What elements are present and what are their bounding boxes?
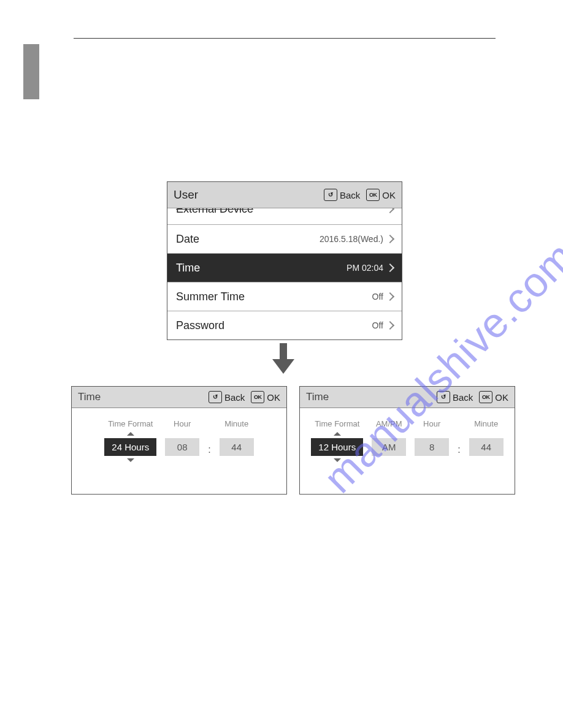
time-panel-12h: Time ↺ Back OK OK Time Format 12 Hours A… — [299, 386, 515, 495]
chevron-right-icon — [386, 321, 394, 330]
flow-arrow-down-icon — [270, 343, 297, 374]
time-b-titlebar: Time ↺ Back OK OK — [300, 387, 515, 408]
row-date[interactable]: Date 2016.5.18(Wed.) — [167, 225, 402, 254]
chevron-right-icon — [386, 235, 394, 243]
time-b-header-actions: ↺ Back OK OK — [437, 391, 508, 403]
time-a-format-value: 24 Hours — [104, 438, 156, 456]
back-icon: ↺ — [324, 189, 337, 201]
row-password[interactable]: Password Off — [167, 311, 402, 339]
chevron-right-icon — [386, 292, 394, 301]
time-a-hour-value: 08 — [165, 438, 199, 456]
ok-icon: OK — [251, 391, 264, 403]
format-label: Time Format — [108, 419, 153, 428]
back-label: Back — [224, 392, 245, 403]
time-colon: : — [208, 444, 210, 455]
ok-icon: OK — [366, 189, 380, 201]
row-date-value: 2016.5.18(Wed.) — [320, 234, 383, 244]
minute-label: Minute — [224, 419, 248, 428]
time-b-title: Time — [306, 391, 329, 403]
time-b-body: Time Format 12 Hours AM/PM AM Hour 8 : M… — [300, 408, 515, 462]
back-button[interactable]: ↺ Back — [324, 189, 360, 201]
back-icon: ↺ — [437, 391, 450, 403]
ok-button[interactable]: OK OK — [479, 391, 508, 403]
time-colon: : — [458, 444, 460, 455]
time-format-stepper[interactable]: Time Format 24 Hours — [104, 419, 156, 462]
user-settings-panel: User ↺ Back OK OK External Device Date 2… — [167, 181, 402, 340]
ok-button[interactable]: OK OK — [366, 189, 396, 201]
back-label: Back — [453, 392, 473, 403]
ok-label: OK — [382, 190, 396, 200]
ampm-stepper[interactable]: AM/PM AM — [372, 419, 406, 456]
minute-stepper[interactable]: Minute 44 — [469, 419, 504, 456]
row-external-label: External Device — [176, 208, 253, 216]
ok-icon: OK — [479, 391, 492, 403]
time-a-titlebar: Time ↺ Back OK OK — [72, 387, 286, 408]
page-side-tab — [23, 44, 39, 99]
row-summer-label: Summer Time — [176, 290, 245, 303]
time-a-header-actions: ↺ Back OK OK — [209, 391, 280, 403]
time-b-minute-value: 44 — [469, 438, 504, 456]
user-panel-titlebar: User ↺ Back OK OK — [167, 182, 402, 208]
hour-stepper[interactable]: Hour 08 — [165, 419, 199, 456]
time-a-minute-value: 44 — [220, 438, 254, 456]
time-a-body: Time Format 24 Hours Hour 08 : Minute 44 — [72, 408, 286, 462]
time-b-format-value: 12 Hours — [311, 438, 363, 456]
ok-label: OK — [495, 392, 508, 403]
chevron-up-icon — [127, 432, 134, 436]
user-panel-title: User — [174, 188, 198, 202]
time-panel-24h: Time ↺ Back OK OK Time Format 24 Hours H… — [71, 386, 287, 495]
page-top-rule — [74, 38, 496, 39]
row-time-value: PM 02:04 — [347, 263, 383, 273]
hour-label: Hour — [174, 419, 191, 428]
row-time[interactable]: Time PM 02:04 — [167, 254, 402, 282]
time-b-ampm-value: AM — [372, 438, 406, 456]
ok-button[interactable]: OK OK — [251, 391, 280, 403]
time-b-hour-value: 8 — [415, 438, 449, 456]
hour-stepper[interactable]: Hour 8 — [415, 419, 449, 456]
back-icon: ↺ — [209, 391, 222, 403]
back-button[interactable]: ↺ Back — [437, 391, 473, 403]
back-button[interactable]: ↺ Back — [209, 391, 245, 403]
chevron-right-icon — [386, 208, 394, 213]
chevron-right-icon — [386, 264, 394, 272]
row-password-label: Password — [176, 319, 224, 332]
time-format-stepper[interactable]: Time Format 12 Hours — [311, 419, 363, 462]
hour-label: Hour — [423, 419, 440, 428]
row-summer-time[interactable]: Summer Time Off — [167, 282, 402, 311]
row-external-device[interactable]: External Device — [167, 208, 402, 225]
chevron-down-icon — [127, 458, 134, 462]
row-time-label: Time — [176, 262, 200, 275]
user-panel-header-actions: ↺ Back OK OK — [324, 189, 396, 201]
ok-label: OK — [267, 392, 280, 403]
chevron-up-icon — [334, 432, 341, 436]
chevron-down-icon — [334, 458, 341, 462]
row-summer-value: Off — [372, 292, 383, 301]
row-external-value — [387, 208, 393, 212]
minute-label: Minute — [474, 419, 498, 428]
back-label: Back — [340, 190, 360, 200]
time-a-title: Time — [78, 391, 101, 403]
row-password-value: Off — [372, 320, 383, 330]
format-label: Time Format — [315, 419, 359, 428]
ampm-label: AM/PM — [376, 419, 402, 428]
minute-stepper[interactable]: Minute 44 — [220, 419, 254, 456]
row-date-label: Date — [176, 233, 199, 246]
